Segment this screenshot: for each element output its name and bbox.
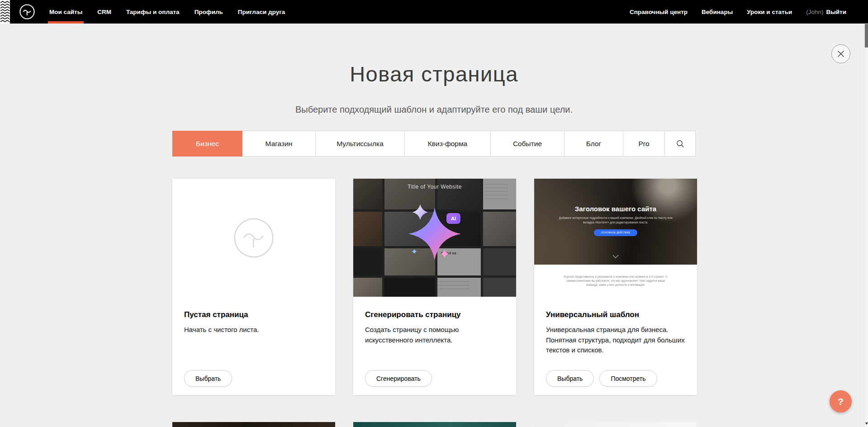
tilda-watermark-icon <box>232 216 275 260</box>
user-name: (John) <box>806 9 823 15</box>
zigzag-pattern <box>0 0 10 24</box>
tilda-logo-icon[interactable] <box>19 4 35 20</box>
generate-page-button[interactable]: Сгенерировать <box>365 370 432 387</box>
new-page-modal: Мои сайты CRM Тарифы и оплата Профиль Пр… <box>0 0 868 427</box>
nav-item-logout[interactable]: (John) Выйти <box>806 9 846 15</box>
close-button[interactable] <box>831 44 850 63</box>
logout-label: Выйти <box>826 9 847 15</box>
blank-page-preview <box>172 179 335 297</box>
tab-search[interactable] <box>665 131 695 156</box>
nav-item-webinars[interactable]: Вебинары <box>702 9 733 15</box>
top-navbar: Мои сайты CRM Тарифы и оплата Профиль Пр… <box>0 0 868 24</box>
question-mark-icon: ? <box>838 396 844 407</box>
tab-event[interactable]: Событие <box>491 131 564 156</box>
preview-body-text: Коротко представьтесь и расскажите о ком… <box>564 275 668 287</box>
template-card-partial-3[interactable] <box>533 422 696 427</box>
choose-universal-button[interactable]: Выбрать <box>546 370 594 387</box>
nav-item-tariffs[interactable]: Тарифы и оплата <box>126 0 180 24</box>
ai-sparkle-icon <box>353 179 516 297</box>
nav-item-invite-friend[interactable]: Пригласи друга <box>238 0 285 24</box>
nav-item-my-sites[interactable]: Мои сайты <box>49 0 82 24</box>
tab-business[interactable]: Бизнес <box>172 131 242 157</box>
search-icon <box>676 140 684 148</box>
tab-shop[interactable]: Магазин <box>242 131 316 156</box>
preview-hero: Заголовок вашего сайта Добавьте интересн… <box>534 179 697 265</box>
chevron-down-icon <box>613 252 619 258</box>
nav-item-help-center[interactable]: Справочный центр <box>630 9 688 15</box>
preview-body: Коротко представьтесь и расскажите о ком… <box>534 275 697 297</box>
template-card-ai-generate: About us Title of Your Website <box>353 179 516 395</box>
preview-universal-button[interactable]: Посмотреть <box>599 370 657 387</box>
card-description: Создать страницу с помощью искусственног… <box>365 325 504 345</box>
nav-item-profile[interactable]: Профиль <box>194 0 223 24</box>
preview-hero-subtext: Добавьте интересные подробности о вашей … <box>555 216 676 225</box>
close-icon <box>837 50 844 57</box>
universal-template-preview: Заголовок вашего сайта Добавьте интересн… <box>534 179 697 297</box>
tab-blog[interactable]: Блог <box>564 131 623 156</box>
navbar-right-menu: Справочный центр Вебинары Уроки и статьи… <box>630 0 846 24</box>
template-card-grid: Пустая страница Начать с чистого листа. … <box>172 179 697 395</box>
tab-pro[interactable]: Pro <box>623 131 665 156</box>
card-description: Универсальная страница для бизнеса. Поня… <box>546 325 685 356</box>
ai-generate-preview: About us Title of Your Website <box>353 179 516 297</box>
choose-blank-button[interactable]: Выбрать <box>184 370 232 387</box>
nav-item-crm[interactable]: CRM <box>97 0 111 24</box>
nav-item-lessons[interactable]: Уроки и статьи <box>747 9 792 15</box>
template-card-partial-2[interactable] <box>353 422 516 427</box>
preview-hero-button: Основное действие <box>594 229 637 236</box>
template-card-partial-1[interactable] <box>172 422 335 427</box>
navbar-left-menu: Мои сайты CRM Тарифы и оплата Профиль Пр… <box>49 0 285 24</box>
card-description: Начать с чистого листа. <box>184 325 323 335</box>
ai-badge: AI <box>446 213 460 224</box>
arrow-down-icon <box>865 422 868 425</box>
template-card-blank: Пустая страница Начать с чистого листа. … <box>172 179 335 395</box>
page-subtitle: Выберите подходящий шаблон и адаптируйте… <box>0 104 868 115</box>
card-title: Сгенерировать страницу <box>365 310 504 319</box>
template-category-tabs: Бизнес Магазин Мультиссылка Квиз-форма С… <box>172 131 696 157</box>
card-title: Пустая страница <box>184 310 323 319</box>
help-button[interactable]: ? <box>830 390 852 413</box>
template-card-universal: Заголовок вашего сайта Добавьте интересн… <box>534 179 697 395</box>
scrollbar[interactable] <box>864 24 868 427</box>
scrollbar-down-button[interactable] <box>864 421 868 427</box>
tab-quiz-form[interactable]: Квиз-форма <box>405 131 491 156</box>
preview-hero-title: Заголовок вашего сайта <box>534 179 697 213</box>
card-title: Универсальный шаблон <box>546 310 685 319</box>
page-title: Новая страница <box>0 62 868 86</box>
tab-multilink[interactable]: Мультиссылка <box>316 131 405 156</box>
scrollbar-thumb[interactable] <box>865 24 868 47</box>
